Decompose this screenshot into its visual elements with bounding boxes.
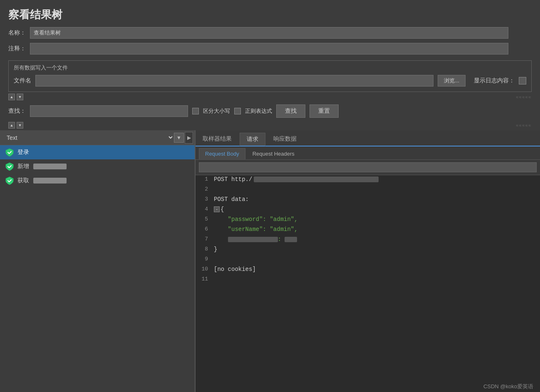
line-content bbox=[211, 275, 217, 277]
collapse-up-btn[interactable]: ▲ bbox=[8, 94, 15, 100]
line-content: "userName": "admin", bbox=[211, 225, 301, 233]
file-label: 文件名 bbox=[14, 77, 31, 84]
sub-tab-request-headers[interactable]: Request Headers bbox=[246, 148, 301, 159]
search-input[interactable] bbox=[30, 105, 188, 117]
right-search-input[interactable] bbox=[199, 162, 537, 172]
line-number: 3 bbox=[196, 195, 211, 203]
tree-item-label: 登录 bbox=[17, 149, 29, 156]
collapse-up-btn-2[interactable]: ▲ bbox=[8, 122, 15, 129]
line-number: 1 bbox=[196, 175, 211, 183]
code-area: 1 POST http./ 2 3 POST data: 4 -{ bbox=[196, 175, 540, 392]
log-label: 显示日志内容： bbox=[474, 77, 515, 84]
reset-button[interactable]: 重置 bbox=[310, 104, 339, 118]
line-number: 5 bbox=[196, 215, 211, 223]
line-content bbox=[211, 255, 217, 257]
comment-label: 注释： bbox=[8, 45, 26, 52]
name-input[interactable] bbox=[30, 27, 508, 39]
line-number: 4 bbox=[196, 205, 211, 213]
watermark: CSDN @koko爱英语 bbox=[483, 383, 533, 390]
code-line: 2 bbox=[196, 185, 540, 195]
tree-item[interactable]: 登录 bbox=[0, 145, 195, 159]
name-row: 名称： bbox=[8, 27, 532, 39]
file-row: 文件名 浏览... 显示日志内容： bbox=[14, 75, 526, 87]
line-number: 10 bbox=[196, 265, 211, 273]
case-checkbox[interactable] bbox=[192, 108, 199, 114]
file-section-legend: 所有数据写入一个文件 bbox=[14, 64, 526, 72]
tree-list: 登录 新增 获取 bbox=[0, 145, 195, 392]
file-section: 所有数据写入一个文件 文件名 浏览... 显示日志内容： bbox=[8, 60, 532, 92]
tree-item-label: 获取 bbox=[17, 177, 29, 184]
code-line: 1 POST http./ bbox=[196, 175, 540, 185]
code-line: 8 } bbox=[196, 245, 540, 255]
line-content bbox=[211, 185, 217, 187]
text-format-select[interactable]: Text JSON XML HTML bbox=[2, 130, 174, 145]
divider-row-2: ▲ ▼ ≈≈≈≈≈ bbox=[0, 120, 540, 130]
log-checkbox[interactable] bbox=[519, 77, 526, 84]
tree-item-blurred bbox=[33, 164, 67, 169]
right-search-bar bbox=[196, 160, 540, 175]
line-content: -{ bbox=[211, 205, 227, 213]
dropdown-arrow-icon[interactable]: ▼ bbox=[174, 133, 184, 143]
tab-response-data[interactable]: 响应数据 bbox=[266, 132, 304, 146]
line-content: : bbox=[211, 235, 300, 243]
code-line: 11 bbox=[196, 275, 540, 285]
regex-checkbox[interactable] bbox=[234, 108, 241, 114]
collapse-down-btn[interactable]: ▼ bbox=[17, 94, 23, 100]
dropdown-header: Text JSON XML HTML ▼ ▶ bbox=[0, 130, 195, 145]
comment-input[interactable] bbox=[30, 43, 508, 55]
shield-green-icon bbox=[5, 162, 14, 171]
name-label: 名称： bbox=[8, 29, 26, 37]
content-area: Text JSON XML HTML ▼ ▶ 登录 bbox=[0, 130, 540, 392]
shield-green-icon bbox=[5, 148, 14, 157]
collapse-down-btn-2[interactable]: ▼ bbox=[17, 122, 23, 129]
line-content: POST data: bbox=[211, 195, 252, 203]
tabs-bar: 取样器结果 请求 响应数据 bbox=[196, 130, 540, 146]
tree-item-blurred bbox=[33, 178, 67, 184]
line-number: 8 bbox=[196, 245, 211, 253]
code-line: 4 -{ bbox=[196, 205, 540, 215]
line-number: 11 bbox=[196, 275, 211, 283]
divider-dots-2: ≈≈≈≈≈ bbox=[516, 123, 532, 128]
left-panel: Text JSON XML HTML ▼ ▶ 登录 bbox=[0, 130, 196, 392]
tree-item-label: 新增 bbox=[17, 163, 29, 170]
divider-row-1: ▲ ▼ ≈≈≈≈≈ bbox=[0, 92, 540, 102]
tree-item[interactable]: 获取 bbox=[0, 174, 195, 188]
expand-btn[interactable]: ▶ bbox=[185, 132, 193, 144]
page-title: 察看结果树 bbox=[0, 0, 540, 27]
line-number: 2 bbox=[196, 185, 211, 193]
search-row: 查找： 区分大小写 正则表达式 查找 重置 bbox=[0, 102, 540, 120]
file-input[interactable] bbox=[35, 75, 433, 87]
line-content: "password": "admin", bbox=[211, 215, 301, 223]
search-label: 查找： bbox=[8, 107, 26, 115]
code-line: 10 [no cookies] bbox=[196, 265, 540, 275]
line-number: 7 bbox=[196, 235, 211, 243]
search-button[interactable]: 查找 bbox=[276, 104, 305, 118]
sub-tab-request-body[interactable]: Request Body bbox=[199, 148, 245, 159]
code-line: 7 : bbox=[196, 235, 540, 245]
case-label: 区分大小写 bbox=[203, 107, 230, 115]
regex-label: 正则表达式 bbox=[245, 107, 272, 115]
code-line: 3 POST data: bbox=[196, 195, 540, 205]
line-number: 9 bbox=[196, 255, 211, 263]
code-line: 5 "password": "admin", bbox=[196, 215, 540, 225]
browse-button[interactable]: 浏览... bbox=[438, 75, 466, 87]
divider-dots-1: ≈≈≈≈≈ bbox=[516, 95, 532, 99]
comment-row: 注释： bbox=[8, 43, 532, 55]
line-number: 6 bbox=[196, 225, 211, 233]
tab-request[interactable]: 请求 bbox=[240, 133, 265, 146]
tree-item[interactable]: 新增 bbox=[0, 159, 195, 174]
line-content: POST http./ bbox=[211, 175, 382, 184]
right-panel: 取样器结果 请求 响应数据 Request Body Request Heade… bbox=[196, 130, 540, 392]
collapse-icon[interactable]: - bbox=[214, 206, 220, 212]
main-container: 察看结果树 名称： 注释： 所有数据写入一个文件 文件名 浏览... 显示日志内… bbox=[0, 0, 540, 392]
tab-sampler-results[interactable]: 取样器结果 bbox=[196, 132, 239, 146]
line-content: [no cookies] bbox=[211, 265, 259, 273]
sub-tabs-bar: Request Body Request Headers bbox=[196, 146, 540, 160]
shield-green-icon bbox=[5, 176, 14, 185]
form-area: 名称： 注释： 所有数据写入一个文件 文件名 浏览... 显示日志内容： bbox=[0, 27, 540, 92]
line-content: } bbox=[211, 245, 220, 253]
code-line: 9 bbox=[196, 255, 540, 265]
code-line: 6 "userName": "admin", bbox=[196, 225, 540, 235]
